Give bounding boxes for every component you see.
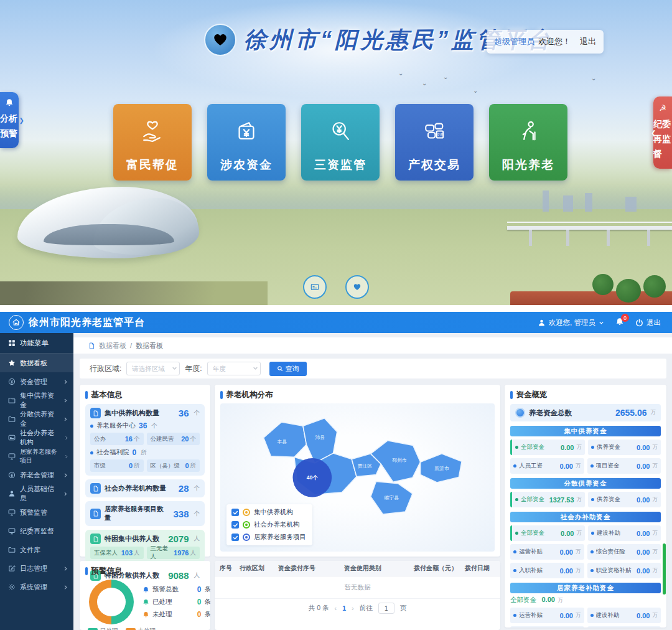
warning-total-row: 预警总数 0 条 (142, 585, 210, 594)
breadcrumb: 数据看板 / 数据看板 (73, 337, 672, 354)
sidebar: 功能菜单 数据看板 资金管理 集中供养资金 分散供养资金 (0, 333, 73, 630)
pill-sanwu: 三无老人1976人 (147, 547, 200, 559)
bell-icon (142, 599, 149, 606)
monitor-icon (8, 453, 16, 460)
checkbox-checked[interactable] (231, 521, 239, 529)
chevron-right-icon (63, 566, 68, 571)
sidebar-item-log-mgmt[interactable]: 日志管理 (0, 559, 73, 578)
fund-cell: 运营补贴0.00万 (510, 544, 584, 560)
dashboard-title: 徐州市阳光养老监管平台 (29, 316, 145, 329)
chevron-right-icon (64, 435, 68, 441)
nav-button-shenong-zijin[interactable]: 涉农资金 (207, 104, 286, 181)
xuzhou-map[interactable]: 丰县 沛县 贾汪区 邳州市 新沂市 睢宁县 40个 (220, 403, 495, 552)
legend-social-institutions[interactable]: 社会办养老机构 (231, 520, 306, 529)
pagination-total: 共 0 条 (309, 604, 329, 613)
nav-button-yangguang-yanglao[interactable]: 阳光养老 (489, 104, 567, 181)
sidebar-item-dashboard[interactable]: 数据看板 (0, 354, 73, 372)
pagination-goto-input[interactable] (378, 603, 394, 614)
sidebar-item-funds-mgmt[interactable]: 资金管理 (0, 372, 73, 391)
fund-cell: 政府购买居家信息0.00万 (587, 626, 661, 628)
svg-text:40个: 40个 (307, 474, 319, 481)
scrollbar-thumb[interactable] (663, 543, 666, 595)
section-social-subsidy-funds: 社会办补助资金 (510, 512, 661, 522)
chevron-right-icon (63, 379, 68, 385)
table-pagination: 共 0 条 ‹ 1 › 前往 页 (215, 599, 500, 618)
nav-button-chanquan-jiaoyi[interactable]: 产权交易 (395, 104, 474, 181)
section-decentralized-funds: 分散供养资金 (510, 478, 661, 489)
sidebar-item-discipline-supervision[interactable]: 纪委再监督 (0, 522, 73, 540)
platform-logo (204, 24, 236, 56)
fund-cell: 建设补助0.00万 (587, 608, 661, 623)
sidebar-item-social-institutions[interactable]: 社会办养老机构 (0, 428, 73, 447)
sidebar-item-centralized-funds[interactable]: 集中供养资金 (0, 391, 73, 410)
monitor-icon (8, 509, 16, 516)
sidebar-item-file-library[interactable]: 文件库 (0, 540, 73, 559)
section-gap (0, 305, 672, 312)
monitor-icon (8, 527, 16, 535)
svg-text:贾汪区: 贾汪区 (358, 463, 373, 469)
tree (643, 275, 666, 298)
fund-cell: 全部资金0.00万 (510, 440, 585, 455)
fund-cell: 运营补贴0.00万 (510, 608, 584, 623)
pencil-icon (8, 565, 16, 572)
notification-bell-button[interactable]: 0 (615, 317, 624, 327)
hero-logout-button[interactable]: 退出 (580, 36, 596, 47)
breadcrumb-root[interactable]: 数据看板 (99, 341, 126, 350)
search-button[interactable]: 查询 (269, 362, 307, 376)
fund-cell: 全部资金0.00万 (510, 525, 585, 541)
nav-button-sanzi-jianguan[interactable]: 三资监管 (301, 104, 380, 181)
section-home-care-subsidy-funds: 居家养老补助资金 (510, 583, 661, 593)
main-content: 数据看板 / 数据看板 行政区域: 年度: 查询 (73, 333, 672, 630)
sidebar-item-warning-supervision[interactable]: 预警监管 (0, 503, 73, 522)
checkbox-checked[interactable] (231, 509, 239, 516)
chevron-right-icon (63, 491, 68, 497)
legend-home-care-projects[interactable]: 居家养老服务项目 (231, 533, 306, 542)
fund-cell: 建设补助0.00万 (588, 525, 661, 541)
magnifier-yuan-icon (327, 118, 354, 145)
heart-in-hand-icon (139, 118, 166, 145)
sidebar-item-decentralized-funds[interactable]: 分散供养资金 (0, 410, 73, 428)
region-select[interactable] (126, 362, 180, 375)
pagination-page-1[interactable]: 1 (342, 604, 346, 612)
person-icon (538, 319, 546, 327)
search-icon (277, 365, 283, 372)
power-icon (635, 319, 643, 327)
bird: ⌄ (591, 75, 596, 82)
total-funds-card: 养老资金总数 2655.06 万 (510, 404, 661, 421)
sidebar-item-pension-mgmt[interactable]: 养老金管理 (0, 466, 73, 484)
care-heart-float-button[interactable] (345, 275, 369, 299)
card-icon (8, 434, 16, 441)
pagination-next-button[interactable]: › (352, 604, 354, 612)
sidebar-item-home-care-projects[interactable]: 居家养老服务项目 (0, 447, 73, 466)
notification-badge: 0 (621, 314, 629, 322)
legend-centralized-institutions[interactable]: 集中供养机构 (231, 508, 306, 517)
header-user-menu[interactable]: 欢迎您, 管理员 (538, 318, 604, 327)
logout-button[interactable]: 退出 (635, 318, 661, 327)
checkbox-checked[interactable] (231, 534, 239, 541)
chevron-right-icon (63, 398, 68, 403)
doc-icon (90, 483, 101, 494)
doc-icon (88, 342, 95, 349)
funds-overview-title: 资金概览 (510, 390, 661, 400)
pagination-prev-button[interactable]: ‹ (335, 604, 337, 612)
sidebar-item-personnel-info[interactable]: 人员基础信息 (0, 484, 73, 503)
globe-icon (515, 408, 525, 418)
hero-nav-buttons: 富民帮促 涉农资金 三资监管 产权交易 阳光养老 (0, 104, 672, 181)
dashboard-logo (9, 315, 24, 330)
id-card-float-button[interactable] (303, 275, 327, 299)
fund-cell: 政府购买居家服务0.00万 (510, 626, 584, 628)
year-select[interactable] (207, 362, 261, 375)
bell-icon (142, 586, 149, 593)
fund-full-row: 全部资金 0.00 万 (510, 593, 661, 604)
sidebar-item-system-mgmt[interactable]: 系统管理 (0, 578, 73, 596)
nav-button-fumin-bangcu[interactable]: 富民帮促 (113, 104, 192, 181)
star-icon (8, 359, 16, 367)
svg-text:丰县: 丰县 (277, 439, 287, 444)
warning-legend: 已处理 未处理 (88, 627, 205, 630)
warning-unhandled-row: 未处理 0 条 (142, 610, 210, 619)
warning-handled-row: 已处理 0 条 (142, 598, 210, 606)
fund-cell: 综合责任险0.00万 (587, 544, 661, 560)
doc-icon (90, 509, 101, 519)
coin-icon (8, 471, 16, 479)
hero-section: ⌄ ⌄ ⌄ ⌄ ⌄ 徐州市“阳光惠民”监管平台 超级管理员 欢迎您！ 退出 分析… (0, 0, 672, 305)
